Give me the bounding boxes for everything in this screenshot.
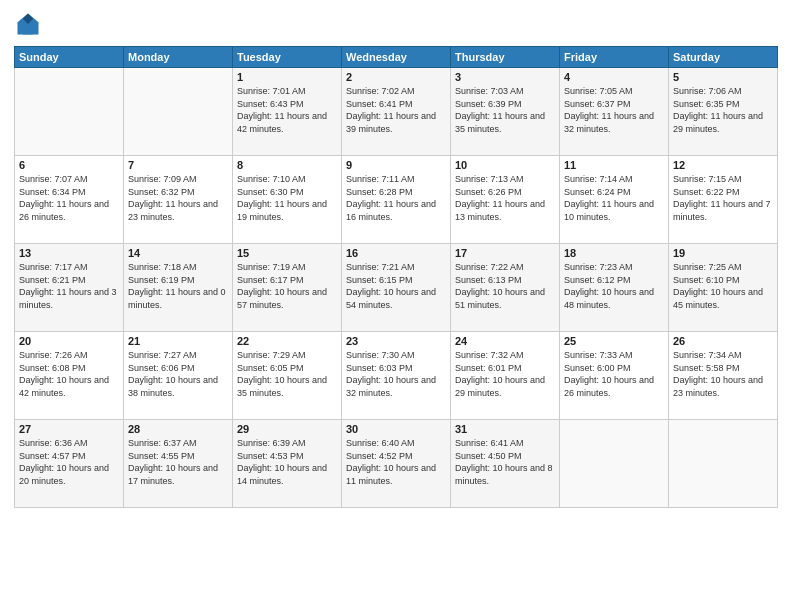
calendar-cell: 12 Sunrise: 7:15 AM Sunset: 6:22 PM Dayl… — [669, 156, 778, 244]
day-info: Sunrise: 7:13 AM Sunset: 6:26 PM Dayligh… — [455, 173, 555, 223]
sunset-text: Sunset: 6:08 PM — [19, 363, 86, 373]
daylight-text: Daylight: 11 hours and 23 minutes. — [128, 199, 218, 222]
weekday-header: Saturday — [669, 47, 778, 68]
calendar-cell: 11 Sunrise: 7:14 AM Sunset: 6:24 PM Dayl… — [560, 156, 669, 244]
header — [14, 10, 778, 38]
day-number: 20 — [19, 335, 119, 347]
daylight-text: Daylight: 11 hours and 3 minutes. — [19, 287, 117, 310]
daylight-text: Daylight: 10 hours and 45 minutes. — [673, 287, 763, 310]
calendar-week-row: 13 Sunrise: 7:17 AM Sunset: 6:21 PM Dayl… — [15, 244, 778, 332]
day-number: 12 — [673, 159, 773, 171]
daylight-text: Daylight: 10 hours and 23 minutes. — [673, 375, 763, 398]
calendar-week-row: 6 Sunrise: 7:07 AM Sunset: 6:34 PM Dayli… — [15, 156, 778, 244]
day-info: Sunrise: 7:14 AM Sunset: 6:24 PM Dayligh… — [564, 173, 664, 223]
daylight-text: Daylight: 10 hours and 11 minutes. — [346, 463, 436, 486]
sunset-text: Sunset: 6:19 PM — [128, 275, 195, 285]
weekday-header: Tuesday — [233, 47, 342, 68]
day-number: 2 — [346, 71, 446, 83]
day-info: Sunrise: 6:37 AM Sunset: 4:55 PM Dayligh… — [128, 437, 228, 487]
day-number: 7 — [128, 159, 228, 171]
day-number: 9 — [346, 159, 446, 171]
sunrise-text: Sunrise: 7:22 AM — [455, 262, 524, 272]
day-info: Sunrise: 7:23 AM Sunset: 6:12 PM Dayligh… — [564, 261, 664, 311]
weekday-header: Monday — [124, 47, 233, 68]
calendar-cell — [560, 420, 669, 508]
day-info: Sunrise: 7:34 AM Sunset: 5:58 PM Dayligh… — [673, 349, 773, 399]
sunrise-text: Sunrise: 6:39 AM — [237, 438, 306, 448]
sunset-text: Sunset: 4:52 PM — [346, 451, 413, 461]
calendar-week-row: 27 Sunrise: 6:36 AM Sunset: 4:57 PM Dayl… — [15, 420, 778, 508]
sunrise-text: Sunrise: 7:11 AM — [346, 174, 415, 184]
day-info: Sunrise: 7:27 AM Sunset: 6:06 PM Dayligh… — [128, 349, 228, 399]
calendar-cell — [669, 420, 778, 508]
calendar-cell: 1 Sunrise: 7:01 AM Sunset: 6:43 PM Dayli… — [233, 68, 342, 156]
sunset-text: Sunset: 6:10 PM — [673, 275, 740, 285]
calendar-cell: 23 Sunrise: 7:30 AM Sunset: 6:03 PM Dayl… — [342, 332, 451, 420]
sunrise-text: Sunrise: 7:25 AM — [673, 262, 742, 272]
weekday-header: Thursday — [451, 47, 560, 68]
day-number: 16 — [346, 247, 446, 259]
calendar-cell: 10 Sunrise: 7:13 AM Sunset: 6:26 PM Dayl… — [451, 156, 560, 244]
sunset-text: Sunset: 6:28 PM — [346, 187, 413, 197]
calendar-cell: 21 Sunrise: 7:27 AM Sunset: 6:06 PM Dayl… — [124, 332, 233, 420]
daylight-text: Daylight: 10 hours and 8 minutes. — [455, 463, 553, 486]
daylight-text: Daylight: 11 hours and 19 minutes. — [237, 199, 327, 222]
day-number: 29 — [237, 423, 337, 435]
sunrise-text: Sunrise: 6:40 AM — [346, 438, 415, 448]
sunset-text: Sunset: 4:57 PM — [19, 451, 86, 461]
sunrise-text: Sunrise: 7:02 AM — [346, 86, 415, 96]
day-number: 10 — [455, 159, 555, 171]
svg-rect-2 — [23, 24, 34, 35]
day-info: Sunrise: 7:29 AM Sunset: 6:05 PM Dayligh… — [237, 349, 337, 399]
daylight-text: Daylight: 10 hours and 57 minutes. — [237, 287, 327, 310]
logo-icon — [14, 10, 42, 38]
calendar-cell: 17 Sunrise: 7:22 AM Sunset: 6:13 PM Dayl… — [451, 244, 560, 332]
calendar-body: 1 Sunrise: 7:01 AM Sunset: 6:43 PM Dayli… — [15, 68, 778, 508]
day-number: 6 — [19, 159, 119, 171]
sunrise-text: Sunrise: 7:07 AM — [19, 174, 88, 184]
weekday-header: Friday — [560, 47, 669, 68]
daylight-text: Daylight: 11 hours and 42 minutes. — [237, 111, 327, 134]
day-info: Sunrise: 6:40 AM Sunset: 4:52 PM Dayligh… — [346, 437, 446, 487]
day-info: Sunrise: 6:36 AM Sunset: 4:57 PM Dayligh… — [19, 437, 119, 487]
logo — [14, 10, 44, 38]
sunset-text: Sunset: 6:06 PM — [128, 363, 195, 373]
daylight-text: Daylight: 10 hours and 42 minutes. — [19, 375, 109, 398]
sunrise-text: Sunrise: 7:17 AM — [19, 262, 88, 272]
day-info: Sunrise: 7:11 AM Sunset: 6:28 PM Dayligh… — [346, 173, 446, 223]
day-number: 25 — [564, 335, 664, 347]
sunset-text: Sunset: 6:00 PM — [564, 363, 631, 373]
calendar-cell: 24 Sunrise: 7:32 AM Sunset: 6:01 PM Dayl… — [451, 332, 560, 420]
calendar-cell: 15 Sunrise: 7:19 AM Sunset: 6:17 PM Dayl… — [233, 244, 342, 332]
day-number: 31 — [455, 423, 555, 435]
sunrise-text: Sunrise: 7:21 AM — [346, 262, 415, 272]
day-info: Sunrise: 7:01 AM Sunset: 6:43 PM Dayligh… — [237, 85, 337, 135]
sunrise-text: Sunrise: 7:10 AM — [237, 174, 306, 184]
day-number: 18 — [564, 247, 664, 259]
day-number: 27 — [19, 423, 119, 435]
sunrise-text: Sunrise: 7:15 AM — [673, 174, 742, 184]
day-info: Sunrise: 7:18 AM Sunset: 6:19 PM Dayligh… — [128, 261, 228, 311]
sunset-text: Sunset: 6:34 PM — [19, 187, 86, 197]
calendar: SundayMondayTuesdayWednesdayThursdayFrid… — [14, 46, 778, 508]
sunrise-text: Sunrise: 7:32 AM — [455, 350, 524, 360]
day-info: Sunrise: 7:25 AM Sunset: 6:10 PM Dayligh… — [673, 261, 773, 311]
calendar-cell: 8 Sunrise: 7:10 AM Sunset: 6:30 PM Dayli… — [233, 156, 342, 244]
weekday-header: Wednesday — [342, 47, 451, 68]
day-number: 28 — [128, 423, 228, 435]
daylight-text: Daylight: 11 hours and 10 minutes. — [564, 199, 654, 222]
sunrise-text: Sunrise: 6:41 AM — [455, 438, 524, 448]
day-number: 3 — [455, 71, 555, 83]
day-number: 19 — [673, 247, 773, 259]
daylight-text: Daylight: 11 hours and 16 minutes. — [346, 199, 436, 222]
day-number: 17 — [455, 247, 555, 259]
calendar-week-row: 20 Sunrise: 7:26 AM Sunset: 6:08 PM Dayl… — [15, 332, 778, 420]
calendar-cell: 7 Sunrise: 7:09 AM Sunset: 6:32 PM Dayli… — [124, 156, 233, 244]
sunrise-text: Sunrise: 6:37 AM — [128, 438, 197, 448]
sunrise-text: Sunrise: 7:06 AM — [673, 86, 742, 96]
calendar-week-row: 1 Sunrise: 7:01 AM Sunset: 6:43 PM Dayli… — [15, 68, 778, 156]
day-number: 14 — [128, 247, 228, 259]
daylight-text: Daylight: 10 hours and 20 minutes. — [19, 463, 109, 486]
sunset-text: Sunset: 6:43 PM — [237, 99, 304, 109]
sunrise-text: Sunrise: 7:01 AM — [237, 86, 306, 96]
